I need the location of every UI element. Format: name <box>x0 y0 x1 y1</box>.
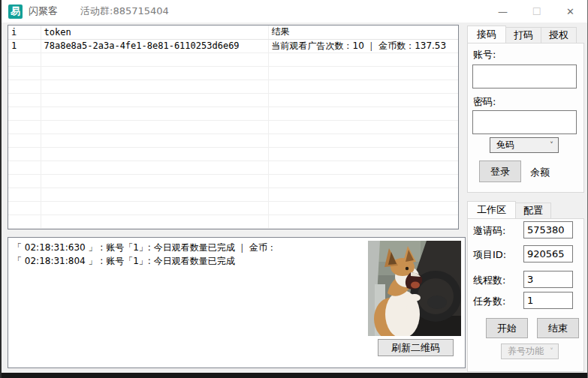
login-button[interactable]: 登录 <box>479 160 521 182</box>
project-id-input[interactable] <box>523 245 573 262</box>
thread-count-input[interactable] <box>523 271 573 288</box>
empty-row <box>8 134 458 147</box>
empty-row <box>8 106 458 120</box>
code-mode-select[interactable]: 免码 ˅ <box>490 137 559 153</box>
window-controls: — ☐ ✕ <box>486 0 587 22</box>
column-header-i[interactable]: i <box>8 26 41 39</box>
stop-button[interactable]: 结束 <box>537 318 579 338</box>
invite-code-input[interactable] <box>523 221 573 238</box>
thread-count-label: 线程数: <box>473 274 505 287</box>
empty-row <box>8 93 458 106</box>
chevron-down-icon: ˅ <box>550 141 553 149</box>
code-mode-value: 免码 <box>496 139 514 152</box>
account-tab-control: 接码 打码 授权 账号: 密码: 免码 ˅ 登录 余额 <box>467 27 584 193</box>
account-label: 账号: <box>473 48 496 62</box>
window-title: 闪聚客 <box>29 4 58 18</box>
close-button[interactable]: ✕ <box>553 0 587 22</box>
table-header-row: i token 结果 <box>8 26 458 39</box>
empty-row <box>8 80 458 93</box>
cell-token: 78a8e8a5-2a3a-4fe1-8e81-6110253d6e69 <box>41 39 268 52</box>
minimize-button[interactable]: — <box>486 0 520 22</box>
balance-label[interactable]: 余额 <box>530 166 550 179</box>
log-panel: 「 02:18:31:630 」 : 账号「1」: 今日观看数量已完成 ｜ 金币… <box>8 237 466 368</box>
column-header-token[interactable]: token <box>41 26 268 39</box>
start-button[interactable]: 开始 <box>486 318 528 338</box>
password-input[interactable] <box>472 110 577 134</box>
refresh-qr-button[interactable]: 刷新二维码 <box>378 339 454 356</box>
account-input[interactable] <box>472 64 577 88</box>
activity-group-label: 活动群:885715404 <box>80 4 169 18</box>
table-row[interactable]: 1 78a8e8a5-2a3a-4fe1-8e81-6110253d6e69 当… <box>8 39 458 52</box>
project-id-label: 项目ID: <box>473 248 506 262</box>
corgi-driving-car-photo <box>368 241 461 336</box>
empty-row <box>8 201 458 214</box>
token-table: i token 结果 1 78a8e8a5-2a3a-4fe1-8e81-611… <box>8 25 459 230</box>
empty-row <box>8 147 458 160</box>
nurture-function-select: 养号功能 ˅ <box>501 344 559 359</box>
nurture-function-value: 养号功能 <box>508 345 544 358</box>
empty-row <box>8 52 458 66</box>
work-tab-control: 工作区 配置 邀请码: 项目ID: 线程数: 任务数: 开始 结束 养号功能 ˅ <box>467 202 584 372</box>
window-bottom-edge <box>2 373 588 378</box>
tab-config[interactable]: 配置 <box>515 202 551 218</box>
titlebar: 易 闪聚客 活动群:885715404 — ☐ ✕ <box>2 0 587 22</box>
task-count-input[interactable] <box>523 292 573 309</box>
tab-solve-code[interactable]: 打码 <box>505 27 541 43</box>
empty-row <box>8 214 458 228</box>
cell-result: 当前观看广告次数：10 ｜ 金币数：137.53 <box>268 39 458 52</box>
column-header-result[interactable]: 结果 <box>268 26 458 39</box>
maximize-button: ☐ <box>520 0 553 22</box>
tab-authorize[interactable]: 授权 <box>541 27 577 43</box>
task-count-label: 任务数: <box>473 295 505 308</box>
empty-row <box>8 188 458 201</box>
tab-workspace[interactable]: 工作区 <box>467 201 516 218</box>
chevron-down-icon: ˅ <box>550 347 553 356</box>
empty-row <box>8 120 458 134</box>
invite-code-label: 邀请码: <box>473 224 505 238</box>
password-label: 密码: <box>473 95 496 109</box>
tab-receive-code[interactable]: 接码 <box>467 26 506 43</box>
cell-index: 1 <box>8 39 41 52</box>
empty-row <box>8 160 458 174</box>
app-icon: 易 <box>8 4 23 19</box>
empty-row <box>8 66 458 80</box>
app-window: 易 闪聚客 活动群:885715404 — ☐ ✕ i token 结果 1 7… <box>0 0 588 378</box>
empty-row <box>8 174 458 188</box>
